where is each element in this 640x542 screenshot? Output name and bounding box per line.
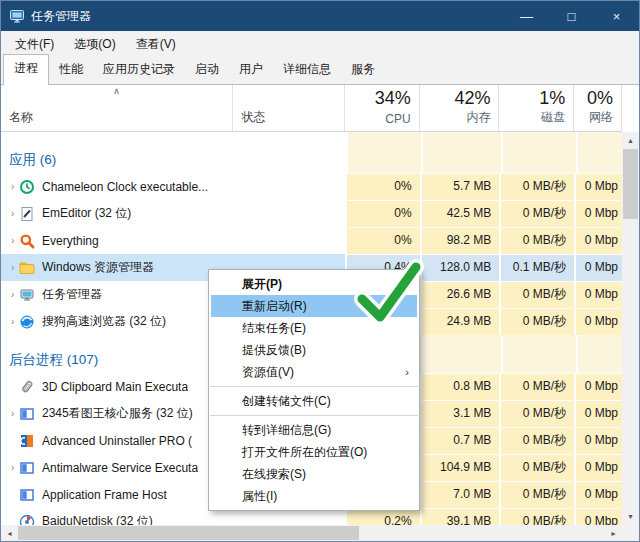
menu-separator (210, 386, 418, 387)
process-name: Advanced Uninstaller PRO ( (42, 434, 192, 448)
disk-cell: 0 MB/秒 (499, 481, 574, 508)
column-header-cpu[interactable]: 34% CPU (345, 85, 420, 131)
menu-item-feedback[interactable]: 提供反馈(B) (209, 339, 419, 361)
disk-cell: 0 MB/秒 (499, 308, 574, 335)
tab-app-history[interactable]: 应用历史记录 (93, 56, 185, 84)
default-window-icon (19, 487, 35, 503)
memory-cell: 3.1 MB (420, 400, 500, 427)
disk-cell: 0 MB/秒 (499, 508, 574, 525)
tab-details[interactable]: 详细信息 (273, 56, 341, 84)
memory-cell: 24.9 MB (420, 308, 500, 335)
scroll-left-icon[interactable]: ◂ (1, 525, 18, 541)
tab-processes[interactable]: 进程 (3, 54, 49, 85)
minimize-button[interactable]: — (504, 1, 549, 31)
baidunetdisk-icon (19, 514, 35, 526)
process-status (233, 173, 345, 200)
cpu-cell: 0% (345, 227, 420, 254)
tab-strip: 进程 性能 应用历史记录 启动 用户 详细信息 服务 (1, 57, 639, 85)
process-name: 任务管理器 (42, 286, 102, 303)
scroll-right-icon[interactable]: ▸ (605, 525, 622, 541)
menu-options[interactable]: 选项(O) (64, 32, 125, 57)
menu-item-go-to-details[interactable]: 转到详细信息(G) (209, 419, 419, 441)
process-name: Everything (42, 234, 99, 248)
expand-chevron-icon[interactable]: › (1, 462, 19, 473)
disk-cell: 0 MB/秒 (499, 400, 574, 427)
network-cell: 0 Mbp (574, 481, 622, 508)
scroll-down-icon[interactable]: ▾ (622, 508, 639, 525)
network-cell: 0 Mbp (574, 254, 622, 281)
column-header-network[interactable]: 0% 网络 (574, 85, 622, 131)
process-name: Antimalware Service Executa (42, 461, 198, 475)
network-cell: 0 Mbp (574, 227, 622, 254)
process-row[interactable]: › EmEditor (32 位) 0% 42.5 MB 0 MB/秒 0 Mb… (1, 200, 622, 227)
cpu-cell: 0% (345, 200, 420, 227)
memory-cell: 42.5 MB (420, 200, 500, 227)
maximize-button[interactable]: □ (549, 1, 594, 31)
column-header-name[interactable]: ∧ 名称 (1, 85, 233, 131)
close-button[interactable]: × (594, 1, 639, 31)
network-cell: 0 Mbp (574, 400, 622, 427)
title-bar[interactable]: 任务管理器 — □ × (1, 1, 639, 31)
sogou-browser-icon (19, 314, 35, 330)
scroll-up-icon[interactable]: ▴ (622, 132, 639, 149)
network-cell: 0 Mbp (574, 173, 622, 200)
app-icon (9, 8, 25, 24)
vertical-scrollbar[interactable]: ▴ ▾ (622, 132, 639, 525)
menu-view[interactable]: 查看(V) (126, 32, 186, 57)
menu-item-search-online[interactable]: 在线搜索(S) (209, 463, 419, 485)
network-cell: 0 Mbp (574, 454, 622, 481)
menu-separator (210, 415, 418, 416)
menu-item-create-dump[interactable]: 创建转储文件(C) (209, 390, 419, 412)
expand-chevron-icon[interactable]: › (1, 181, 19, 192)
default-window-icon (19, 406, 35, 422)
task-manager-window: 任务管理器 — □ × 文件(F) 选项(O) 查看(V) 进程 性能 应用历史… (0, 0, 640, 542)
expand-chevron-icon[interactable]: › (1, 235, 19, 246)
expand-chevron-icon[interactable]: › (1, 262, 19, 273)
menu-item-open-file-location[interactable]: 打开文件所在的位置(O) (209, 441, 419, 463)
menu-item-properties[interactable]: 属性(I) (209, 485, 419, 507)
column-header-status[interactable]: 状态 (233, 85, 345, 131)
menu-item-resource-values[interactable]: 资源值(V) › (209, 361, 419, 383)
network-cell: 0 Mbp (574, 373, 622, 400)
expand-chevron-icon[interactable]: › (1, 289, 19, 300)
vertical-scrollbar-thumb[interactable] (623, 149, 638, 219)
disk-cell: 0 MB/秒 (499, 427, 574, 454)
memory-cell: 0.7 MB (420, 427, 500, 454)
expand-chevron-icon[interactable]: › (1, 316, 19, 327)
tab-startup[interactable]: 启动 (185, 56, 229, 84)
cpu-cell: 0% (345, 173, 420, 200)
search-icon (19, 233, 35, 249)
disk-cell: 0 MB/秒 (499, 281, 574, 308)
network-cell: 0 Mbp (574, 508, 622, 525)
submenu-arrow-icon: › (405, 361, 409, 383)
disk-cell: 0.1 MB/秒 (499, 254, 574, 281)
clock-icon (19, 179, 35, 195)
process-name: Windows 资源管理器 (42, 259, 154, 276)
horizontal-scrollbar[interactable]: ◂ ▸ (1, 525, 622, 541)
group-header-apps[interactable]: 应用 (6) (1, 146, 622, 173)
disk-cell: 0 MB/秒 (499, 173, 574, 200)
tab-services[interactable]: 服务 (341, 56, 385, 84)
green-checkmark-icon (348, 257, 428, 332)
menu-file[interactable]: 文件(F) (5, 32, 64, 57)
uninstaller-icon (19, 433, 35, 449)
column-header-disk[interactable]: 1% 磁盘 (499, 85, 574, 131)
scrollbar-corner (622, 525, 639, 541)
memory-cell: 39.1 MB (420, 508, 500, 525)
network-cell: 0 Mbp (574, 427, 622, 454)
column-header-memory[interactable]: 42% 内存 (420, 85, 500, 131)
memory-cell: 104.9 MB (420, 454, 500, 481)
tab-performance[interactable]: 性能 (49, 56, 93, 84)
sort-ascending-icon: ∧ (1, 86, 232, 96)
network-cell: 0 Mbp (574, 308, 622, 335)
network-cell: 0 Mbp (574, 281, 622, 308)
default-window-icon (19, 460, 35, 476)
expand-chevron-icon[interactable]: › (1, 208, 19, 219)
process-name: Application Frame Host (42, 488, 167, 502)
tab-users[interactable]: 用户 (229, 56, 273, 84)
process-row[interactable]: › Everything 0% 98.2 MB 0 MB/秒 0 Mbp (1, 227, 622, 254)
expand-chevron-icon[interactable]: › (1, 408, 19, 419)
memory-cell: 98.2 MB (420, 227, 500, 254)
horizontal-scrollbar-thumb[interactable] (18, 526, 359, 540)
process-row[interactable]: › Chameleon Clock executable... 0% 5.7 M… (1, 173, 622, 200)
